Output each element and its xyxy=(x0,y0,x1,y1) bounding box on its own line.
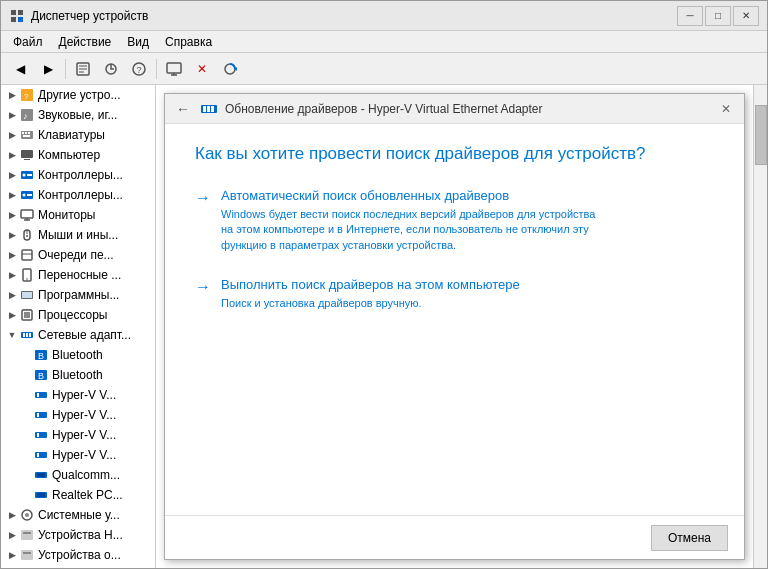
tree-item-hyperv3[interactable]: Hyper-V V... xyxy=(1,425,155,445)
scrollbar-thumb[interactable] xyxy=(755,105,767,165)
tree-item-mice[interactable]: ▶ Мыши и ины... xyxy=(1,225,155,245)
toolbar-separator-2 xyxy=(156,59,157,79)
tree-item-computer[interactable]: ▶ Компьютер xyxy=(1,145,155,165)
update-button[interactable] xyxy=(98,57,124,81)
tree-icon-devo xyxy=(19,547,35,563)
tree-item-processors[interactable]: ▶ Процессоры xyxy=(1,305,155,325)
tree-item-realtek[interactable]: Realtek PC... xyxy=(1,485,155,505)
monitor-button[interactable] xyxy=(161,57,187,81)
toolbar-separator-1 xyxy=(65,59,66,79)
svg-rect-33 xyxy=(21,210,33,218)
tree-icon-monitors xyxy=(19,207,35,223)
tree-spacer-hv4-1 xyxy=(5,448,19,462)
tree-item-devices-n[interactable]: ▶ Устройства Н... xyxy=(1,525,155,545)
menu-action[interactable]: Действие xyxy=(51,33,120,51)
auto-search-title: Автоматический поиск обновленных драйвер… xyxy=(221,188,601,203)
svg-point-38 xyxy=(26,235,28,237)
tree-item-portable[interactable]: ▶ Переносные ... xyxy=(1,265,155,285)
svg-rect-60 xyxy=(35,412,47,418)
tree-item-software[interactable]: ▶ Программны... xyxy=(1,285,155,305)
manual-search-title: Выполнить поиск драйверов на этом компью… xyxy=(221,277,520,292)
svg-rect-52 xyxy=(26,333,28,337)
tree-arrow-mice: ▶ xyxy=(5,228,19,242)
tree-item-hyperv4[interactable]: Hyper-V V... xyxy=(1,445,155,465)
tree-label-mice: Мыши и ины... xyxy=(38,228,118,242)
tree-item-controllers1[interactable]: ▶ Контроллеры... xyxy=(1,165,155,185)
svg-point-42 xyxy=(26,278,28,280)
tree-item-keyboards[interactable]: ▶ Клавиатуры xyxy=(1,125,155,145)
toolbar: ◀ ▶ ? xyxy=(1,53,767,85)
tree-spacer-hv1-2 xyxy=(19,388,33,402)
tree-label-ctrl2: Контроллеры... xyxy=(38,188,123,202)
scan-button[interactable] xyxy=(217,57,243,81)
auto-search-content: Автоматический поиск обновленных драйвер… xyxy=(221,188,601,253)
tree-item-other-devices[interactable]: ▶ ? Другие устро... xyxy=(1,85,155,105)
svg-rect-11 xyxy=(167,63,181,73)
tree-label-portable: Переносные ... xyxy=(38,268,121,282)
svg-rect-75 xyxy=(23,552,31,554)
svg-rect-79 xyxy=(211,106,214,112)
svg-rect-72 xyxy=(21,530,33,540)
svg-rect-46 xyxy=(24,312,30,318)
tree-item-network-adapters[interactable]: ▼ Сетевые адапт... xyxy=(1,325,155,345)
tree-arrow-bt1 xyxy=(5,348,19,362)
dialog-close-button[interactable]: ✕ xyxy=(716,99,736,119)
svg-point-28 xyxy=(23,174,26,177)
tree-arrow-processors: ▶ xyxy=(5,308,19,322)
tree-icon-hyperv1 xyxy=(33,387,49,403)
svg-rect-32 xyxy=(27,194,32,196)
tree-item-devices-o[interactable]: ▶ Устройства о... xyxy=(1,545,155,565)
svg-point-71 xyxy=(25,513,29,517)
svg-rect-26 xyxy=(24,159,30,160)
svg-text:?: ? xyxy=(24,92,29,101)
cancel-button[interactable]: Отмена xyxy=(651,525,728,551)
menu-view[interactable]: Вид xyxy=(119,33,157,51)
tree-arrow-sound: ▶ xyxy=(5,108,19,122)
tree-spacer-rt-1 xyxy=(5,488,19,502)
svg-text:B: B xyxy=(38,371,44,381)
tree-label-realtek: Realtek PC... xyxy=(52,488,123,502)
help-button[interactable]: ? xyxy=(126,57,152,81)
tree-spacer-hv3-2 xyxy=(19,428,33,442)
tree-item-hyperv1[interactable]: Hyper-V V... xyxy=(1,385,155,405)
svg-rect-74 xyxy=(21,550,33,560)
remove-button[interactable]: ✕ xyxy=(189,57,215,81)
tree-label-other-devices: Другие устро... xyxy=(38,88,120,102)
tree-item-system[interactable]: ▶ Системные у... xyxy=(1,505,155,525)
tree-arrow-ctrl2: ▶ xyxy=(5,188,19,202)
tree-icon-hyperv2 xyxy=(33,407,49,423)
manual-search-option[interactable]: → Выполнить поиск драйверов на этом комп… xyxy=(195,277,714,311)
dialog-title-text: Обновление драйверов - Hyper-V Virtual E… xyxy=(225,102,543,116)
tree-spacer-hv1-1 xyxy=(5,388,19,402)
auto-search-option[interactable]: → Автоматический поиск обновленных драйв… xyxy=(195,188,714,253)
tree-item-qualcomm[interactable]: Qualcomm... xyxy=(1,465,155,485)
tree-arrow-ctrl1: ▶ xyxy=(5,168,19,182)
tree-spacer-bt2-1 xyxy=(5,368,19,382)
forward-button[interactable]: ▶ xyxy=(35,57,61,81)
tree-item-bluetooth1[interactable]: B Bluetooth xyxy=(1,345,155,365)
tree-item-queues[interactable]: ▶ Очереди пе... xyxy=(1,245,155,265)
tree-item-sound[interactable]: ▶ ♪ Звуковые, иг... xyxy=(1,105,155,125)
dialog-back-button[interactable]: ← xyxy=(173,99,193,119)
menu-help[interactable]: Справка xyxy=(157,33,220,51)
back-button[interactable]: ◀ xyxy=(7,57,33,81)
minimize-button[interactable]: ─ xyxy=(677,6,703,26)
tree-arrow-system: ▶ xyxy=(5,508,19,522)
tree-icon-system xyxy=(19,507,35,523)
tree-item-bluetooth2[interactable]: B Bluetooth xyxy=(1,365,155,385)
properties-button[interactable] xyxy=(70,57,96,81)
maximize-button[interactable]: □ xyxy=(705,6,731,26)
svg-text:♪: ♪ xyxy=(23,111,28,121)
title-bar: Диспетчер устройств ─ □ ✕ xyxy=(1,1,767,31)
tree-spacer-hv3-1 xyxy=(5,428,19,442)
svg-rect-61 xyxy=(37,413,39,417)
tree-spacer-hv4-2 xyxy=(19,448,33,462)
manual-search-arrow: → xyxy=(195,278,211,296)
close-button[interactable]: ✕ xyxy=(733,6,759,26)
tree-item-hyperv2[interactable]: Hyper-V V... xyxy=(1,405,155,425)
menu-file[interactable]: Файл xyxy=(5,33,51,51)
tree-icon-bluetooth2: B xyxy=(33,367,49,383)
tree-item-controllers2[interactable]: ▶ Контроллеры... xyxy=(1,185,155,205)
tree-arrow-queues: ▶ xyxy=(5,248,19,262)
tree-item-monitors[interactable]: ▶ Мониторы xyxy=(1,205,155,225)
